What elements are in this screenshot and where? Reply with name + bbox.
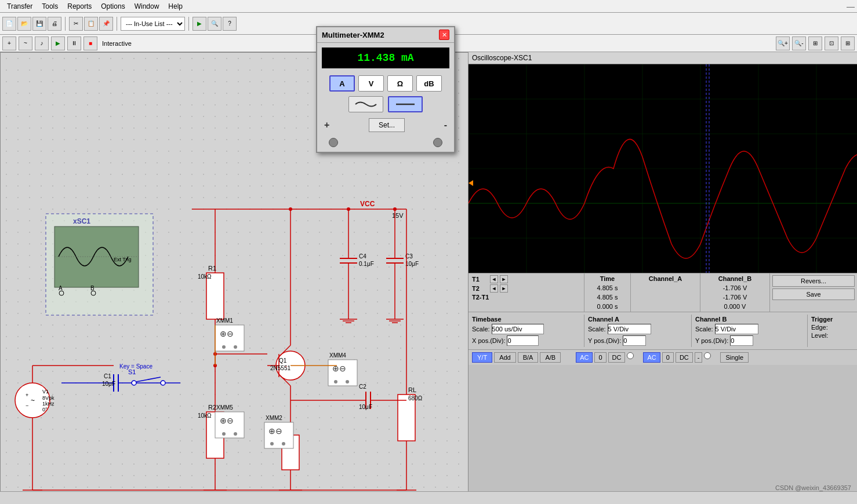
print-btn[interactable]: 🖨 (48, 17, 61, 31)
ypos-chA-label: Y pos.(Div): (588, 337, 621, 344)
ac-chB-btn[interactable]: AC (643, 352, 660, 363)
zoom-fit-btn[interactable]: ⊞ (808, 36, 822, 50)
add-btn[interactable]: Add (494, 352, 516, 363)
t1-right-btn[interactable]: ► (500, 275, 508, 283)
scale-chB-input[interactable] (715, 324, 758, 334)
radio-chB[interactable] (704, 352, 711, 359)
zoom-btn[interactable]: 🔍 (208, 17, 221, 31)
help-btn[interactable]: ? (223, 17, 237, 31)
menu-transfer[interactable]: Transfer (2, 1, 37, 12)
single-btn[interactable]: Single (720, 352, 749, 363)
mm-close-btn[interactable]: ✕ (439, 30, 449, 40)
level-label: Level: (811, 332, 854, 339)
svg-text:C1: C1 (104, 373, 111, 379)
svg-marker-148 (469, 180, 473, 186)
reverse-btn[interactable]: Revers... (772, 275, 855, 287)
paste-btn[interactable]: 📌 (99, 17, 113, 31)
new-btn[interactable]: 📄 (2, 17, 16, 31)
t2t1-chB: 0.000 V (703, 303, 767, 310)
save-btn[interactable]: 💾 (32, 17, 46, 31)
in-use-list-dropdown[interactable]: --- In-Use List --- (121, 17, 185, 31)
mode-buttons-row: Y/T Add B/A A/B AC 0 DC AC 0 DC - Single (469, 350, 857, 365)
mm-titlebar[interactable]: Multimeter-XMM2 ✕ (317, 27, 454, 43)
svg-text:10μF: 10μF (359, 404, 372, 410)
mm-title: Multimeter-XMM2 (322, 31, 384, 39)
scale-tb-input[interactable] (492, 324, 544, 334)
dc-chA-btn[interactable]: DC (608, 352, 626, 363)
open-btn[interactable]: 📂 (17, 17, 31, 31)
svg-text:680Ω: 680Ω (408, 395, 423, 401)
svg-text:−: − (26, 403, 28, 408)
chA-section: Channel A Scale: Y pos.(Div): (584, 315, 692, 347)
xpos-input[interactable] (507, 335, 539, 346)
svg-text:0.1μF: 0.1μF (359, 261, 374, 267)
chA-scale-label: Channel A (588, 316, 688, 323)
svg-text:XMM2: XMM2 (266, 415, 282, 421)
t1-time: 4.805 s (587, 284, 628, 291)
mm-btn-dB[interactable]: dB (416, 75, 442, 92)
zero-chA-btn[interactable]: 0 (594, 352, 606, 363)
minus-chB-btn[interactable]: - (695, 352, 703, 363)
play-btn[interactable]: ▶ (51, 36, 65, 50)
mm-btn-ohm[interactable]: Ω (387, 75, 413, 92)
zoom-in-btn[interactable]: 🔍+ (776, 36, 790, 50)
tb2-btn2[interactable]: ~ (19, 36, 32, 50)
trigger-label: Trigger (811, 316, 854, 323)
svg-point-127 (289, 207, 292, 211)
osc-controls: T1 ◄ ► T2 ◄ ► T2-T1 Time 4.805 s 4.805 s (469, 273, 857, 365)
mm-minus-label: - (444, 120, 447, 130)
save-btn[interactable]: Save (772, 288, 855, 300)
svg-text:⊕⊖: ⊕⊖ (268, 426, 282, 436)
zoom-area-btn[interactable]: ⊡ (825, 36, 838, 50)
svg-point-109 (234, 345, 237, 349)
dc-chB-btn[interactable]: DC (676, 352, 693, 363)
menu-help[interactable]: Help (164, 1, 187, 12)
mm-btn-A[interactable]: A (329, 75, 355, 92)
scale-chB-label: Scale: (695, 326, 713, 333)
ab-btn[interactable]: A/B (540, 352, 561, 363)
yt-btn[interactable]: Y/T (472, 352, 492, 363)
copy-btn[interactable]: 📋 (84, 17, 98, 31)
menu-reports[interactable]: Reports (63, 1, 96, 12)
osc-grid-svg (469, 64, 857, 273)
ac-chA-btn[interactable]: AC (576, 352, 593, 363)
svg-rect-4 (206, 273, 224, 319)
svg-text:15V: 15V (392, 212, 404, 219)
ypos-chB-input[interactable] (730, 335, 753, 346)
mm-terminals-row (317, 136, 454, 152)
mm-btn-V[interactable]: V (358, 75, 384, 92)
mm-btn-dc[interactable] (388, 96, 423, 112)
mm-btn-ac[interactable] (348, 96, 383, 112)
multimeter-dialog: Multimeter-XMM2 ✕ 11.438 mA A V Ω dB + S… (316, 26, 455, 153)
grid-btn[interactable]: ⊞ (841, 36, 855, 50)
scale-chA-input[interactable] (608, 324, 651, 334)
svg-text:⊕⊖: ⊕⊖ (220, 329, 234, 338)
tb2-btn3[interactable]: ♪ (35, 36, 49, 50)
ypos-chA-input[interactable] (623, 335, 646, 346)
tb2-btn1[interactable]: + (2, 36, 16, 50)
t2-right-btn[interactable]: ► (500, 284, 508, 293)
stop-btn[interactable]: ■ (83, 36, 97, 50)
svg-point-74 (161, 381, 165, 385)
mm-plus-label: + (324, 120, 329, 130)
menu-options[interactable]: Options (96, 1, 129, 12)
run-btn[interactable]: ▶ (193, 17, 206, 31)
menu-tools[interactable]: Tools (37, 1, 63, 12)
right-panel: Oscilloscope-XSC1 (469, 52, 857, 504)
mm-set-btn[interactable]: Set... (369, 118, 405, 132)
cut-btn[interactable]: ✂ (69, 17, 83, 31)
menu-window[interactable]: Window (130, 1, 164, 12)
svg-text:10μF: 10μF (102, 381, 115, 387)
pause-btn[interactable]: ⏸ (67, 36, 81, 50)
ba-btn[interactable]: B/A (518, 352, 539, 363)
zoom-out-btn[interactable]: 🔍- (792, 36, 806, 50)
svg-point-123 (270, 442, 274, 445)
t2-left-btn[interactable]: ◄ (490, 284, 498, 293)
zero-chB-btn[interactable]: 0 (662, 352, 674, 363)
svg-text:XMM1: XMM1 (216, 317, 233, 324)
minimize-icon: — (847, 2, 855, 11)
radio-chA[interactable] (627, 352, 634, 359)
svg-text:RL: RL (408, 386, 416, 393)
t1-left-btn[interactable]: ◄ (490, 275, 498, 283)
oscilloscope-screen[interactable] (469, 64, 857, 273)
